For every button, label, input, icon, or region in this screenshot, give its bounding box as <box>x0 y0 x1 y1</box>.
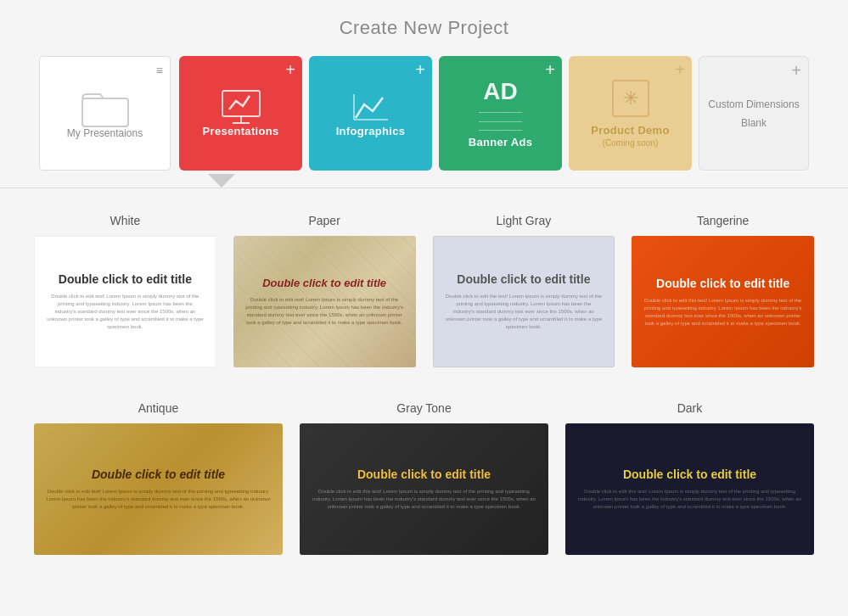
template-item-paper: PaperDouble click to edit titleDouble cl… <box>233 214 416 367</box>
template-item-graytone: Gray ToneDouble click to edit titleDoubl… <box>300 401 548 555</box>
banner-ads-icon: AD <box>483 78 517 105</box>
thumb-title-white: Double click to edit title <box>59 272 192 286</box>
product-demo-plus[interactable]: + <box>675 61 685 78</box>
product-demo-card[interactable]: + ✳ Product Demo (Coming soon) <box>569 56 692 171</box>
thumb-title-dark: Double click to edit title <box>623 468 756 481</box>
thumb-title-graytone: Double click to edit title <box>357 468 491 481</box>
banner-ads-label: Banner Ads <box>469 136 532 148</box>
presentations-card[interactable]: + Presentations <box>179 56 302 171</box>
separator <box>0 188 848 188</box>
templates-bottom-grid: AntiqueDouble click to edit titleDouble … <box>0 401 848 589</box>
thumb-body-dark: Double click to edit this text! Lorem Ip… <box>577 488 802 511</box>
template-name-tangerine: Tangerine <box>697 214 750 227</box>
coming-soon-label: (Coming soon) <box>603 138 659 148</box>
blank-card[interactable]: + Custom Dimensions Blank <box>699 56 809 171</box>
thumb-body-lightgray: Double click to edit the text! Lorem Ips… <box>446 293 603 331</box>
thumb-body-tangerine: Double click to edit this text! Lorem Ip… <box>643 297 802 328</box>
thumb-title-paper: Double click to edit title <box>262 277 386 289</box>
template-item-white: WhiteDouble click to edit titleDouble cl… <box>34 214 216 367</box>
infographics-label: Infographics <box>336 125 406 137</box>
template-item-antique: AntiqueDouble click to edit titleDouble … <box>34 401 283 555</box>
blank-label: Blank <box>741 117 767 129</box>
product-demo-label: Product Demo <box>591 124 669 137</box>
templates-top-section: WhiteDouble click to edit titleDouble cl… <box>0 214 848 401</box>
banner-ads-card[interactable]: + AD ─────────────────────────── Banner … <box>439 56 562 171</box>
infographics-icon <box>349 89 393 125</box>
thumb-body-antique: Double click to edit text! Lorem Ipsum i… <box>46 488 271 511</box>
template-thumb-white[interactable]: Double click to edit titleDouble click t… <box>34 236 216 367</box>
custom-dimensions-text: Custom Dimensions <box>699 98 807 112</box>
page-title: Create New Project <box>0 0 848 48</box>
templates-top-grid: WhiteDouble click to edit titleDouble cl… <box>34 214 814 367</box>
my-presentations-card[interactable]: ≡ My Presentaions <box>39 56 171 171</box>
presentations-label: Presentations <box>203 125 279 137</box>
my-presentations-label: My Presentaions <box>67 127 143 139</box>
project-type-selector: ≡ My Presentaions + Presentations + Info… <box>0 48 848 171</box>
template-thumb-dark[interactable]: Double click to edit titleDouble click t… <box>565 423 814 555</box>
thumb-body-paper: Double click to edit text! Lorem Ipsum i… <box>245 296 404 327</box>
template-name-white: White <box>110 214 140 227</box>
product-demo-icon: ✳ <box>612 80 649 117</box>
template-item-tangerine: TangerineDouble click to edit titleDoubl… <box>632 214 814 367</box>
presentations-plus[interactable]: + <box>285 61 295 78</box>
folder-icon <box>81 88 129 127</box>
presentations-icon <box>219 89 263 125</box>
template-thumb-paper[interactable]: Double click to edit titleDouble click t… <box>233 236 416 367</box>
thumb-body-graytone: Double click to edit this text! Lorem Ip… <box>312 488 536 511</box>
template-thumb-antique[interactable]: Double click to edit titleDouble click t… <box>34 423 283 555</box>
thumb-body-white: Double click to edit text! Lorem Ipsum i… <box>47 293 204 331</box>
thumb-title-tangerine: Double click to edit title <box>656 277 789 290</box>
template-item-lightgray: Light GrayDouble click to edit titleDoub… <box>433 214 615 367</box>
svg-rect-0 <box>82 98 128 126</box>
infographics-card[interactable]: + Infographics <box>309 56 432 171</box>
template-name-dark: Dark <box>677 401 703 415</box>
blank-plus[interactable]: + <box>791 62 801 79</box>
thumb-title-lightgray: Double click to edit title <box>457 272 590 286</box>
template-name-graytone: Gray Tone <box>396 401 451 415</box>
infographics-plus[interactable]: + <box>415 61 425 78</box>
template-thumb-graytone[interactable]: Double click to edit titleDouble click t… <box>300 423 548 555</box>
triangle-pointer <box>0 174 848 188</box>
template-thumb-lightgray[interactable]: Double click to edit titleDouble click t… <box>433 236 615 367</box>
menu-icon[interactable]: ≡ <box>156 64 163 77</box>
template-item-dark: DarkDouble click to edit titleDouble cli… <box>565 401 814 555</box>
thumb-title-antique: Double click to edit title <box>92 468 225 481</box>
banner-ads-plus[interactable]: + <box>545 61 555 78</box>
template-name-lightgray: Light Gray <box>497 214 552 227</box>
template-name-antique: Antique <box>138 401 178 415</box>
template-thumb-tangerine[interactable]: Double click to edit titleDouble click t… <box>632 236 814 367</box>
template-name-paper: Paper <box>308 214 340 227</box>
